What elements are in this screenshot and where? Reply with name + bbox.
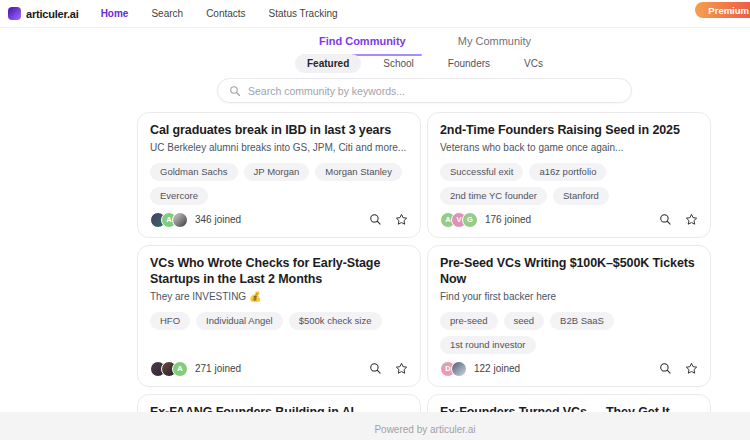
card-tags: HFOIndividual Angel$500k check size (150, 312, 408, 330)
card-subtitle: Veterans who back to game once again... (440, 142, 698, 155)
card-avatars: D (440, 361, 467, 377)
filter-school[interactable]: School (371, 54, 426, 73)
tag-pill[interactable]: Morgan Stanley (315, 163, 402, 181)
zoom-icon[interactable] (659, 213, 672, 226)
zoom-icon[interactable] (369, 213, 382, 226)
brand-wordmark: articuler.ai (26, 8, 79, 20)
filter-featured[interactable]: Featured (295, 54, 361, 73)
star-icon[interactable] (395, 213, 408, 226)
community-card[interactable]: 2nd-Time Founders Raising Seed in 2025 V… (427, 112, 711, 238)
tag-pill[interactable]: Goldman Sachs (150, 163, 238, 181)
filter-vcs[interactable]: VCs (512, 54, 555, 73)
card-footer: D 122 joined (440, 354, 698, 377)
filter-pills: Featured School Founders VCs (100, 54, 750, 73)
tag-pill[interactable]: Successful exit (440, 163, 523, 181)
tag-pill[interactable]: Stanford (553, 187, 609, 205)
card-actions (659, 213, 698, 226)
card-footer: AVG 176 joined (440, 205, 698, 228)
tag-pill[interactable]: pre-seed (440, 312, 498, 330)
community-card[interactable]: Cal graduates break in IBD in last 3 yea… (137, 112, 421, 238)
tag-pill[interactable]: 1st round investor (440, 336, 536, 354)
main-nav: Home Search Contacts Status Tracking (101, 8, 338, 19)
footer-powered-by: Powered by articuler.ai (100, 424, 750, 435)
card-subtitle: UC Berkeley alumni breaks into GS, JPM, … (150, 142, 408, 155)
tag-pill[interactable]: JP Morgan (244, 163, 310, 181)
avatar-photo (172, 212, 188, 228)
star-icon[interactable] (395, 362, 408, 375)
search-bar[interactable] (217, 78, 632, 103)
avatar-photo (451, 361, 467, 377)
zoom-icon[interactable] (369, 362, 382, 375)
card-avatars: A (150, 212, 188, 228)
tag-pill[interactable]: HFO (150, 312, 190, 330)
card-footer: A 271 joined (150, 354, 408, 377)
card-joined: 122 joined (474, 363, 520, 374)
tab-my-community[interactable]: My Community (442, 31, 547, 56)
card-title: VCs Who Wrote Checks for Early-Stage Sta… (150, 255, 408, 288)
footer: Powered by articuler.ai (0, 412, 750, 440)
community-grid: Cal graduates break in IBD in last 3 yea… (137, 112, 711, 440)
card-joined: 346 joined (195, 214, 241, 225)
premium-button[interactable]: Premium (695, 2, 750, 18)
tag-pill[interactable]: a16z portfolio (529, 163, 606, 181)
card-footer: A 346 joined (150, 205, 408, 228)
search-input[interactable] (248, 85, 620, 97)
zoom-icon[interactable] (659, 362, 672, 375)
nav-item-status-tracking[interactable]: Status Tracking (269, 8, 338, 19)
star-icon[interactable] (685, 213, 698, 226)
tag-pill[interactable]: seed (504, 312, 545, 330)
card-avatars: A (150, 361, 188, 377)
card-actions (369, 213, 408, 226)
card-joined: 176 joined (485, 214, 531, 225)
card-tags: Successful exita16z portfolio2nd time YC… (440, 163, 698, 205)
tag-pill[interactable]: B2B SaaS (550, 312, 614, 330)
top-nav-bar: articuler.ai Home Search Contacts Status… (0, 0, 750, 28)
community-tabs: Find Community My Community (100, 31, 750, 56)
star-icon[interactable] (685, 362, 698, 375)
search-icon (229, 85, 241, 97)
tag-pill[interactable]: Evercore (150, 187, 208, 205)
avatar-initial: A (172, 361, 188, 377)
tag-pill[interactable]: Individual Angel (196, 312, 283, 330)
tab-find-community[interactable]: Find Community (303, 31, 422, 56)
card-joined: 271 joined (195, 363, 241, 374)
avatar-initial: G (462, 212, 478, 228)
card-avatars: AVG (440, 212, 478, 228)
filter-founders[interactable]: Founders (436, 54, 502, 73)
card-title: 2nd-Time Founders Raising Seed in 2025 (440, 122, 698, 138)
nav-item-search[interactable]: Search (151, 8, 183, 19)
nav-item-contacts[interactable]: Contacts (206, 8, 245, 19)
card-actions (659, 362, 698, 375)
card-title: Cal graduates break in IBD in last 3 yea… (150, 122, 408, 138)
community-card[interactable]: Pre-Seed VCs Writing $100K–$500K Tickets… (427, 245, 711, 387)
card-tags: Goldman SachsJP MorganMorgan StanleyEver… (150, 163, 408, 205)
tag-pill[interactable]: $500k check size (289, 312, 382, 330)
card-subtitle: They are INVESTING 💰 (150, 291, 408, 304)
card-title: Pre-Seed VCs Writing $100K–$500K Tickets… (440, 255, 698, 288)
card-actions (369, 362, 408, 375)
tag-pill[interactable]: 2nd time YC founder (440, 187, 547, 205)
nav-item-home[interactable]: Home (101, 8, 129, 19)
community-card[interactable]: VCs Who Wrote Checks for Early-Stage Sta… (137, 245, 421, 387)
card-subtitle: Find your first backer here (440, 291, 698, 304)
brand-logo-icon (8, 7, 21, 20)
card-tags: pre-seedseedB2B SaaS1st round investor (440, 312, 698, 354)
